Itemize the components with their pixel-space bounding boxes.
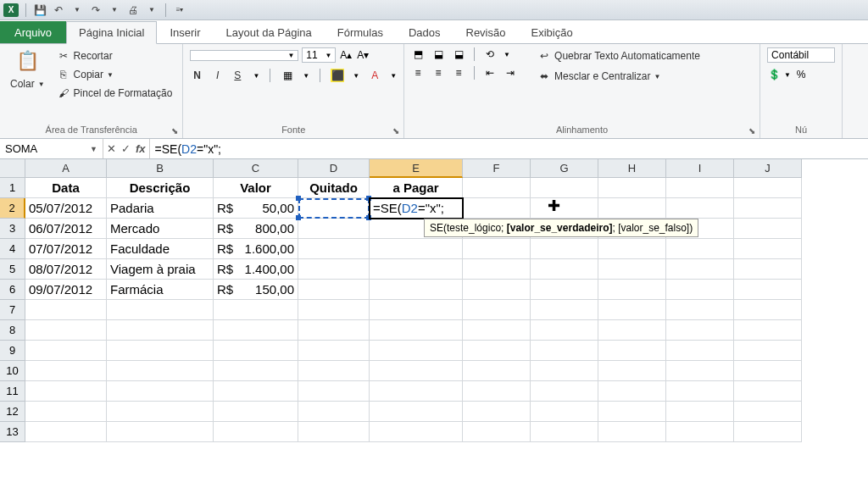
column-header[interactable]: J [734, 159, 802, 178]
paste-icon[interactable]: 📋 [14, 47, 41, 75]
cell[interactable] [598, 280, 666, 300]
cell[interactable] [598, 402, 666, 422]
cell[interactable]: Valor [214, 178, 298, 198]
tab-data[interactable]: Dados [396, 21, 453, 43]
column-header[interactable]: G [531, 159, 598, 178]
cell[interactable] [598, 178, 666, 198]
cell[interactable] [463, 341, 531, 361]
cell[interactable] [370, 381, 463, 402]
row-header[interactable]: 5 [0, 259, 25, 280]
cell[interactable] [214, 320, 298, 341]
cell[interactable]: Descrição [107, 178, 214, 198]
cell[interactable] [25, 381, 107, 402]
underline-button[interactable]: S [231, 68, 244, 83]
cell[interactable] [298, 300, 370, 320]
cell[interactable] [298, 320, 370, 341]
cell[interactable] [25, 361, 107, 381]
cell[interactable]: Padaria [107, 198, 214, 219]
qat-customize-icon[interactable]: ▼ [145, 3, 159, 17]
cell[interactable] [298, 381, 370, 402]
cell[interactable] [531, 320, 598, 341]
cell[interactable] [531, 361, 598, 381]
wrap-text-button[interactable]: ↩Quebrar Texto Automaticamente [534, 47, 704, 64]
cell[interactable] [463, 259, 531, 280]
select-all-corner[interactable] [0, 159, 25, 178]
font-name-combo[interactable]: ▼ [190, 50, 298, 61]
cell[interactable] [463, 280, 531, 300]
cell[interactable] [531, 341, 598, 361]
cell[interactable] [107, 422, 214, 442]
cell[interactable] [370, 320, 463, 341]
cell[interactable] [531, 381, 598, 402]
cell[interactable] [598, 259, 666, 280]
cell[interactable]: Quitado [298, 178, 370, 198]
fx-icon[interactable]: fx [136, 142, 146, 155]
accept-formula-icon[interactable]: ✓ [121, 142, 131, 155]
column-header[interactable]: B [107, 159, 214, 178]
cell[interactable]: R$1.600,00 [214, 239, 298, 259]
cancel-formula-icon[interactable]: ✕ [107, 142, 116, 155]
borders-icon[interactable]: ▦ [281, 69, 294, 82]
merge-center-button[interactable]: ⬌Mesclar e Centralizar ▼ [534, 68, 704, 85]
cell[interactable] [734, 219, 802, 239]
cell[interactable] [107, 341, 214, 361]
increase-indent-icon[interactable]: ⇥ [504, 66, 517, 80]
shrink-font-icon[interactable]: A▾ [356, 48, 370, 62]
row-header[interactable]: 10 [0, 361, 25, 381]
cell[interactable]: Mercado [107, 219, 214, 239]
cell[interactable]: Data [25, 178, 107, 198]
cell[interactable] [370, 402, 463, 422]
formula-bar[interactable]: =SE(D2="x"; [150, 139, 868, 158]
alignment-launcher-icon[interactable]: ⬊ [746, 125, 758, 136]
tab-layout[interactable]: Layout da Página [214, 21, 325, 43]
cell[interactable] [531, 300, 598, 320]
cell[interactable]: R$50,00 [214, 198, 298, 219]
cell[interactable] [734, 259, 802, 280]
cell[interactable] [298, 341, 370, 361]
cell[interactable] [598, 381, 666, 402]
row-header[interactable]: 6 [0, 280, 25, 300]
column-header[interactable]: H [598, 159, 666, 178]
name-box[interactable]: SOMA▼ [0, 139, 103, 158]
cell[interactable] [734, 300, 802, 320]
column-header[interactable]: I [666, 159, 734, 178]
cell[interactable]: Faculdade [107, 239, 214, 259]
tab-review[interactable]: Revisão [453, 21, 519, 43]
cell[interactable] [666, 361, 734, 381]
column-header[interactable]: E [370, 159, 463, 178]
cell[interactable] [298, 422, 370, 442]
cell[interactable] [298, 361, 370, 381]
cell[interactable]: a Pagar [370, 178, 463, 198]
align-center-icon[interactable]: ≡ [431, 66, 445, 80]
cell[interactable] [598, 361, 666, 381]
cell[interactable] [463, 320, 531, 341]
cell[interactable] [463, 422, 531, 442]
cell[interactable] [298, 402, 370, 422]
cell[interactable] [734, 381, 802, 402]
column-header[interactable]: A [25, 159, 107, 178]
cell[interactable] [25, 422, 107, 442]
redo-dropdown-icon[interactable]: ▼ [108, 3, 121, 17]
decrease-indent-icon[interactable]: ⇤ [483, 66, 497, 80]
cell[interactable] [107, 300, 214, 320]
row-header[interactable]: 3 [0, 219, 25, 239]
cell[interactable] [25, 341, 107, 361]
cell[interactable] [666, 198, 734, 219]
align-middle-icon[interactable]: ⬓ [431, 47, 445, 61]
cell[interactable]: 06/07/2012 [25, 219, 107, 239]
format-painter-button[interactable]: 🖌Pincel de Formatação [53, 85, 176, 102]
align-left-icon[interactable]: ≡ [411, 66, 425, 80]
cell[interactable] [370, 361, 463, 381]
row-header[interactable]: 7 [0, 300, 25, 320]
row-header[interactable]: 4 [0, 239, 25, 259]
cell[interactable] [666, 280, 734, 300]
cell[interactable] [531, 178, 598, 198]
cell[interactable] [107, 402, 214, 422]
row-header[interactable]: 1 [0, 178, 25, 198]
cell[interactable] [531, 402, 598, 422]
cell[interactable] [107, 381, 214, 402]
grow-font-icon[interactable]: A▴ [339, 48, 353, 62]
cell[interactable] [463, 300, 531, 320]
font-launcher-icon[interactable]: ⬊ [390, 125, 402, 136]
fill-color-icon[interactable]: ⬛ [331, 69, 344, 82]
